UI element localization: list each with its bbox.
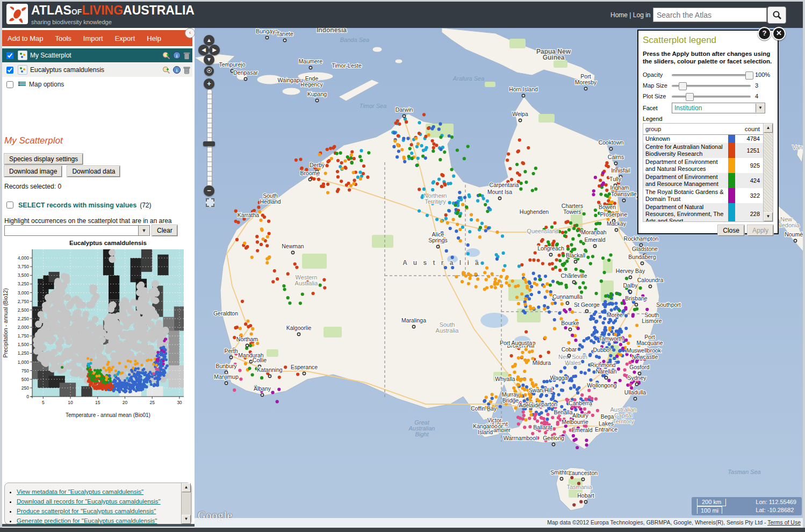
legend-color-swatch[interactable] [728,203,735,221]
view-metadata-link[interactable]: View metadata for "Eucalyptus camaldulen… [17,488,143,495]
svg-text:Charleville: Charleville [560,272,587,279]
svg-text:Port Augusta: Port Augusta [500,340,532,346]
legend-close-button[interactable]: Close [718,225,744,236]
zoom-to-layer-icon[interactable] [162,66,170,74]
svg-text:Ulladulla: Ulladulla [624,389,646,396]
help-icon[interactable]: ? [758,27,771,40]
links-scrollbar[interactable]: ▲ ▼ [181,483,191,524]
svg-text:Maralinga: Maralinga [401,317,426,323]
zoom-slider-handle[interactable] [203,141,215,146]
home-login-links[interactable]: Home | Log in [610,11,651,19]
map-options-checkbox[interactable] [6,81,13,88]
reset-view-button[interactable]: ⦿ [204,66,214,76]
facet-select[interactable]: Institution ▼ [672,103,765,113]
scroll-down-icon[interactable]: ▼ [182,515,191,524]
sidebar-collapse-button[interactable]: ‹ [185,28,195,38]
search-input[interactable] [653,8,767,22]
svg-text:Adelaide: Adelaide [519,402,541,408]
logo-atlas: ATLAS [31,3,71,17]
zoom-out-button[interactable]: − [204,185,214,196]
zoom-slider[interactable] [207,89,212,188]
chevron-down-icon[interactable]: ▼ [756,104,765,112]
opacity-slider-handle[interactable] [745,71,753,80]
legend-count: 424 [735,173,763,188]
plot-size-slider-handle[interactable] [686,93,694,101]
legend-row[interactable]: Centre for Australian National Biodivers… [643,143,763,158]
area-select-tool-icon[interactable] [206,198,214,207]
legend-row[interactable]: Department of Environment and Resource M… [643,173,763,188]
svg-text:Ingham: Ingham [610,184,629,191]
zoom-in-button[interactable]: + [204,78,214,89]
svg-text:Eucalyptus camaldulensis: Eucalyptus camaldulensis [69,240,147,246]
legend-row[interactable]: Department of Environment and Natural Re… [643,158,763,173]
svg-text:5: 5 [42,400,45,405]
map-options-row[interactable]: Map options [2,78,192,91]
download-data-button[interactable]: Download data [67,166,120,177]
produce-scatterplot-link[interactable]: Produce scatterplot for "Eucalyptus cama… [17,508,156,514]
legend-table-header: group count [643,124,763,135]
legend-row[interactable]: Unknown4784 [643,135,763,143]
legend-table-scrollbar[interactable]: ▲ ▼ [763,124,773,221]
legend-apply-button[interactable]: Apply [748,225,773,236]
scroll-up-icon[interactable]: ▲ [764,124,773,133]
legend-color-swatch[interactable] [728,158,735,173]
legend-row[interactable]: Department of Natural Resources, Environ… [643,203,763,221]
menu-tools[interactable]: Tools [55,34,71,42]
pan-down-button[interactable]: ▼ [204,54,214,65]
map-size-slider[interactable] [672,82,751,89]
download-image-button[interactable]: Download image [4,166,62,177]
menu-help[interactable]: Help [147,34,161,42]
delete-layer-icon[interactable] [183,66,190,74]
generate-prediction-link[interactable]: Generate prediction for "Eucalyptus cama… [17,517,157,524]
scatterplot-chart[interactable]: Eucalyptus camaldulensis02505007501,0001… [1,239,192,423]
plot-size-slider[interactable] [672,93,751,100]
legend-color-swatch[interactable] [728,135,735,143]
legend-count: 925 [735,158,763,173]
layer-info-icon[interactable]: i [173,66,181,74]
legend-color-swatch[interactable] [728,173,735,188]
sidebar-bottom-scrollbar[interactable] [0,524,195,527]
menu-import[interactable]: Import [83,34,103,42]
legend-group-name: Centre for Australian National Biodivers… [643,143,728,158]
legend-table-rows: group count Unknown4784Centre for Austra… [643,124,763,221]
legend-color-swatch[interactable] [728,143,735,158]
legend-row[interactable]: The Royal Botanic Gardens & Domain Trust… [643,188,763,203]
pan-left-button[interactable]: ◀ [198,45,209,55]
search-button[interactable] [767,6,786,24]
area-select-dropdown-icon[interactable]: ▼ [139,225,150,236]
terms-of-use-link[interactable]: Terms of Use [767,519,801,526]
menu-export[interactable]: Export [115,34,135,42]
layer-checkbox-eucalyptus[interactable] [6,67,13,74]
map-size-slider-handle[interactable] [679,82,687,90]
scroll-up-icon[interactable]: ▲ [182,483,191,492]
delete-layer-icon[interactable] [183,52,190,60]
species-display-settings-button[interactable]: Species display settings [4,154,83,164]
opacity-slider[interactable] [672,71,751,78]
svg-text:Richmond: Richmond [590,362,615,368]
close-icon[interactable]: ✕ [772,27,786,40]
download-records-link[interactable]: Download all records for "Eucalyptus cam… [17,498,161,505]
clear-area-button[interactable]: Clear [152,225,177,236]
area-select-input[interactable] [4,225,139,236]
lonlat-readout: Lon: 112.55469 Lat: -10.28682 [756,498,796,514]
select-missing-checkbox[interactable] [6,202,13,209]
layer-row-my-scatterplot[interactable]: My Scatterplot i [2,48,192,62]
zoom-to-layer-icon[interactable] [162,52,170,60]
layer-row-eucalyptus[interactable]: Eucalyptus camaldulensis i [2,63,192,77]
svg-text:Wagga: Wagga [550,375,568,381]
svg-text:3,250: 3,250 [18,281,30,286]
logo-text: ATLASOFLIVINGAUSTRALIA sharing biodivers… [31,4,195,25]
svg-text:Karratha: Karratha [238,212,259,218]
pan-up-button[interactable]: ▲ [204,35,214,46]
attribution-text: Map data ©2012 Europa Technologies, GBRM… [547,519,767,526]
layer-info-icon[interactable]: i [173,52,181,59]
ala-logo[interactable] [6,4,28,24]
pan-right-button[interactable]: ▶ [209,45,220,55]
layer-checkbox-my-scatterplot[interactable] [6,52,13,59]
menu-add-to-map[interactable]: Add to Map [8,34,44,42]
scale-km: 200 km [697,499,726,506]
scroll-down-icon[interactable]: ▼ [764,212,773,221]
svg-text:Proserpine: Proserpine [600,211,628,218]
svg-text:Narellan: Narellan [595,368,616,375]
legend-color-swatch[interactable] [728,188,735,203]
